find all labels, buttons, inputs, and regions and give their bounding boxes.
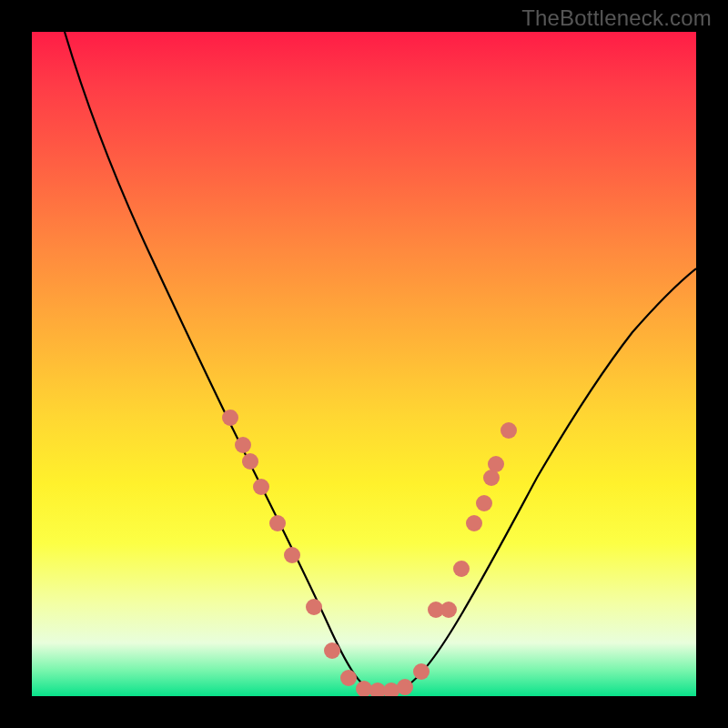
data-point bbox=[222, 410, 238, 426]
curve-layer bbox=[32, 32, 696, 696]
data-point bbox=[306, 599, 322, 615]
data-point bbox=[284, 547, 300, 563]
watermark-text: TheBottleneck.com bbox=[521, 5, 712, 31]
bottleneck-curve bbox=[65, 32, 696, 691]
data-point bbox=[269, 515, 286, 531]
data-point bbox=[476, 495, 492, 511]
data-point bbox=[340, 670, 357, 686]
data-point bbox=[397, 679, 413, 695]
plot-area bbox=[32, 32, 696, 696]
data-point bbox=[413, 663, 430, 680]
data-point bbox=[324, 642, 340, 659]
data-point bbox=[356, 681, 372, 696]
data-point bbox=[440, 602, 457, 618]
data-point bbox=[383, 682, 399, 696]
data-point bbox=[453, 561, 470, 577]
data-point bbox=[253, 479, 269, 495]
data-point bbox=[488, 456, 504, 472]
data-point bbox=[242, 453, 258, 470]
data-point bbox=[500, 422, 517, 439]
data-point bbox=[235, 437, 251, 453]
data-point bbox=[466, 515, 482, 531]
chart-frame: TheBottleneck.com bbox=[0, 0, 728, 728]
